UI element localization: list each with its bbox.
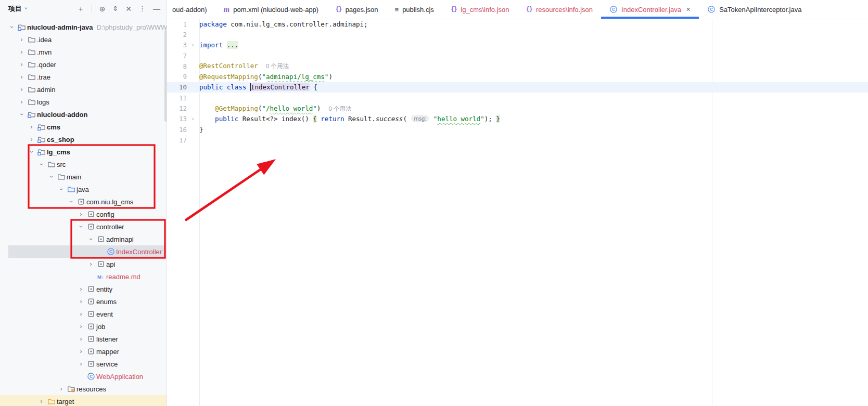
add-icon[interactable]: ＋	[77, 5, 84, 12]
project-path: D:\phpstudy_pro\WWW\n	[96, 23, 167, 31]
tree-item-job[interactable]: ›job	[0, 320, 167, 333]
tree-item-config[interactable]: ›config	[0, 208, 167, 220]
tab-indexcontroller.java[interactable]: CIndexController.java✕	[601, 0, 699, 19]
folder-icon	[46, 160, 57, 168]
tree-item-entity[interactable]: ›entity	[0, 283, 167, 295]
chevron-collapsed-icon[interactable]: ›	[76, 298, 85, 305]
module-icon	[36, 123, 47, 131]
tree-item-resources[interactable]: ›resources	[0, 383, 167, 395]
tree-item-label: entity	[96, 285, 112, 293]
tree-item-service[interactable]: ›service	[0, 358, 167, 370]
code-line-7[interactable]: 7	[167, 50, 868, 61]
chevron-expanded-icon[interactable]: ›	[57, 186, 66, 192]
chevron-expanded-icon[interactable]: ›	[86, 236, 95, 242]
tree-item-indexcontroller[interactable]: CIndexController	[0, 245, 167, 258]
tab-pom.xml--niucloud-web-app-[interactable]: mpom.xml (niucloud-web-app)	[215, 0, 327, 19]
tab-resources-info.json[interactable]: {}resources\info.json	[518, 0, 602, 19]
chevron-expanded-icon[interactable]: ›	[7, 24, 16, 30]
chevron-down-icon: ˅	[24, 6, 28, 11]
chevron-collapsed-icon[interactable]: ›	[76, 348, 85, 355]
tab-lg_cms-info.json[interactable]: {}lg_cms\info.json	[442, 0, 518, 19]
chevron-expanded-icon[interactable]: ›	[67, 199, 75, 205]
chevron-expanded-icon[interactable]: ›	[76, 224, 85, 230]
code-line-10[interactable]: 10public class IndexController {	[167, 82, 868, 93]
chevron-collapsed-icon[interactable]: ›	[76, 361, 85, 367]
tree-item-label: main	[67, 173, 81, 181]
tree-item-mapper[interactable]: ›mapper	[0, 345, 167, 358]
chevron-collapsed-icon[interactable]: ›	[37, 398, 46, 404]
tree-item-controller[interactable]: ›controller	[0, 220, 167, 233]
tree-item-src[interactable]: ›src	[0, 158, 167, 171]
collapse-all-icon[interactable]: ✕	[125, 5, 132, 12]
code-line-13[interactable]: 13› public Result<?> index() { return Re…	[167, 114, 868, 124]
tree-item-main[interactable]: ›main	[0, 171, 167, 183]
code-line-16[interactable]: 16}	[167, 124, 868, 135]
chevron-collapsed-icon[interactable]: ›	[57, 386, 66, 392]
chevron-expanded-icon[interactable]: ›	[47, 174, 56, 180]
code-line-8[interactable]: 8@RestController 0 个用法	[167, 61, 868, 71]
tab-publish.cjs[interactable]: ≡publish.cjs	[387, 0, 442, 19]
tab-label: resources\info.json	[536, 6, 593, 14]
fold-marker-icon[interactable]: ›	[187, 42, 199, 48]
code-line-1[interactable]: 1package com.niu.lg_cms.controller.admin…	[167, 19, 868, 29]
chevron-collapsed-icon[interactable]: ›	[76, 323, 85, 330]
tree-item-.mvn[interactable]: ›.mvn	[0, 46, 167, 58]
tab-pages.json[interactable]: {}pages.json	[327, 0, 386, 19]
tree-item-webapplication[interactable]: CWebApplication	[0, 370, 167, 383]
tree-item-.idea[interactable]: ›.idea	[0, 33, 167, 46]
tree-item-api[interactable]: ›api	[0, 258, 167, 270]
chevron-collapsed-icon[interactable]: ›	[76, 311, 85, 317]
code-editor[interactable]: 1package com.niu.lg_cms.controller.admin…	[167, 19, 868, 406]
tree-item-cms[interactable]: ›cms	[0, 121, 167, 133]
tree-item-logs[interactable]: ›logs	[0, 96, 167, 108]
expand-all-icon[interactable]: ⇕	[112, 5, 118, 12]
project-panel-title[interactable]: 项目	[8, 4, 22, 14]
more-options-icon[interactable]: ⋮	[139, 5, 146, 12]
chevron-collapsed-icon[interactable]: ›	[76, 211, 85, 217]
tree-item-cs_shop[interactable]: ›cs_shop	[0, 133, 167, 146]
tree-item-com.niu.lg_cms[interactable]: ›com.niu.lg_cms	[0, 195, 167, 208]
tree-item-listener[interactable]: ›listener	[0, 333, 167, 345]
code-line-9[interactable]: 9@RequestMapping("adminapi/lg_cms")	[167, 71, 868, 82]
chevron-collapsed-icon[interactable]: ›	[17, 86, 26, 93]
tree-item-target[interactable]: ›target	[0, 395, 167, 406]
tree-scrollbar-thumb[interactable]	[164, 30, 167, 122]
line-number: 2	[167, 31, 187, 38]
chevron-collapsed-icon[interactable]: ›	[17, 99, 26, 105]
hide-panel-icon[interactable]: —	[153, 5, 160, 12]
chevron-collapsed-icon[interactable]: ›	[27, 124, 36, 130]
tree-item-event[interactable]: ›event	[0, 308, 167, 320]
tree-item-adminapi[interactable]: ›adminapi	[0, 233, 167, 245]
chevron-collapsed-icon[interactable]: ›	[17, 49, 26, 55]
tree-item-lg_cms[interactable]: ›lg_cms	[0, 146, 167, 158]
chevron-collapsed-icon[interactable]: ›	[27, 136, 36, 142]
fold-marker-icon[interactable]: ›	[187, 115, 199, 122]
code-line-12[interactable]: 12 @GetMapping("/hello_world") 0 个用法	[167, 103, 868, 113]
chevron-collapsed-icon[interactable]: ›	[17, 61, 26, 68]
tree-item-.trae[interactable]: ›.trae	[0, 71, 167, 83]
chevron-collapsed-icon[interactable]: ›	[76, 286, 85, 292]
tree-item-java[interactable]: ›java	[0, 183, 167, 195]
chevron-expanded-icon[interactable]: ›	[27, 149, 36, 155]
tree-item-readme.md[interactable]: M↓readme.md	[0, 270, 167, 283]
tree-item-admin[interactable]: ›admin	[0, 83, 167, 96]
chevron-collapsed-icon[interactable]: ›	[17, 36, 26, 43]
tab-oud-addon-[interactable]: oud-addon)	[167, 0, 215, 19]
tree-item-.qoder[interactable]: ›.qoder	[0, 58, 167, 71]
folder-icon	[26, 73, 37, 81]
locate-file-icon[interactable]: ⊕	[99, 5, 106, 12]
code-line-11[interactable]: 11	[167, 93, 868, 103]
chevron-collapsed-icon[interactable]: ›	[17, 74, 26, 80]
tab-satokenapiinterceptor.java[interactable]: CSaTokenApiInterceptor.java	[699, 0, 810, 19]
chevron-expanded-icon[interactable]: ›	[17, 111, 26, 117]
tree-item-niucloud-admin-java[interactable]: ›niucloud-admin-javaD:\phpstudy_pro\WWW\…	[0, 21, 167, 33]
tree-item-niucloud-addon[interactable]: ›niucloud-addon	[0, 108, 167, 121]
chevron-collapsed-icon[interactable]: ›	[76, 336, 85, 342]
code-line-3[interactable]: 3›import ...	[167, 40, 868, 50]
code-line-2[interactable]: 2	[167, 29, 868, 40]
tree-item-enums[interactable]: ›enums	[0, 295, 167, 308]
close-tab-icon[interactable]: ✕	[686, 6, 691, 13]
chevron-expanded-icon[interactable]: ›	[37, 161, 46, 167]
code-line-17[interactable]: 17	[167, 135, 868, 145]
chevron-collapsed-icon[interactable]: ›	[86, 261, 95, 267]
